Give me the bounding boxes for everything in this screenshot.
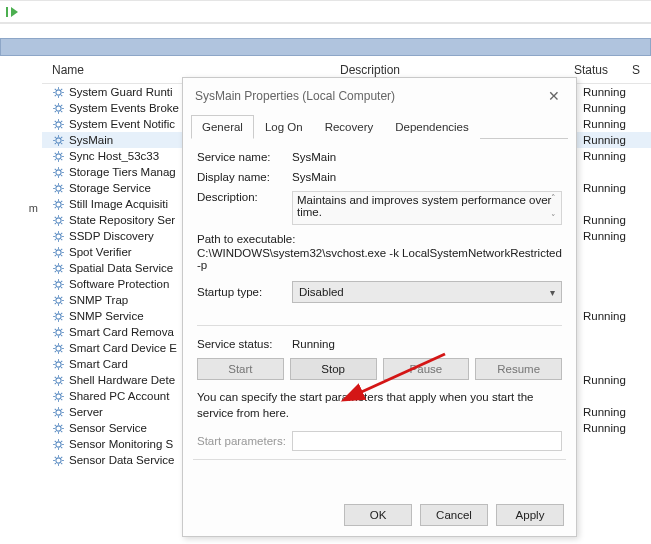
dialog-tabs: General Log On Recovery Dependencies (191, 114, 568, 139)
gear-icon (52, 294, 65, 307)
svg-line-97 (61, 248, 62, 249)
svg-line-204 (61, 447, 62, 448)
gear-icon (52, 86, 65, 99)
svg-point-99 (56, 265, 61, 270)
svg-point-27 (56, 137, 61, 142)
gear-icon (52, 406, 65, 419)
dialog-footer-buttons: OK Cancel Apply (344, 504, 564, 526)
service-status: Running (583, 310, 639, 322)
svg-point-135 (56, 329, 61, 334)
svg-line-68 (55, 200, 56, 201)
tab-recovery[interactable]: Recovery (314, 115, 385, 139)
gear-icon (52, 438, 65, 451)
svg-line-169 (61, 376, 62, 377)
svg-line-124 (61, 296, 62, 297)
divider-bottom (193, 459, 566, 460)
svg-line-185 (55, 408, 56, 409)
svg-line-106 (61, 264, 62, 265)
label-service-name: Service name: (197, 151, 292, 163)
svg-point-126 (56, 313, 61, 318)
svg-line-125 (55, 303, 56, 304)
ok-button[interactable]: OK (344, 504, 412, 526)
svg-point-180 (56, 409, 61, 414)
pause-button: Pause (383, 358, 470, 380)
play-icon[interactable] (11, 7, 18, 17)
svg-line-16 (61, 104, 62, 105)
label-startup-type: Startup type: (197, 286, 292, 298)
svg-point-18 (56, 121, 61, 126)
svg-line-122 (55, 296, 56, 297)
service-status: Running (583, 134, 639, 146)
value-startup-type: Disabled (299, 286, 344, 298)
svg-line-62 (55, 191, 56, 192)
svg-line-107 (55, 271, 56, 272)
svg-point-162 (56, 377, 61, 382)
svg-line-59 (55, 184, 56, 185)
service-status: Running (583, 118, 639, 130)
svg-line-52 (61, 168, 62, 169)
svg-line-215 (55, 463, 56, 464)
svg-point-81 (56, 233, 61, 238)
svg-point-207 (56, 457, 61, 462)
svg-line-34 (61, 136, 62, 137)
svg-line-168 (61, 383, 62, 384)
svg-line-212 (55, 456, 56, 457)
svg-line-142 (61, 328, 62, 329)
svg-line-42 (61, 159, 62, 160)
description-scrollbar[interactable]: ˄˅ (547, 193, 560, 223)
svg-line-35 (55, 143, 56, 144)
svg-line-69 (61, 207, 62, 208)
start-parameters-input[interactable] (292, 431, 562, 451)
gear-icon (52, 390, 65, 403)
svg-line-141 (61, 335, 62, 336)
svg-line-194 (55, 424, 56, 425)
svg-point-54 (56, 185, 61, 190)
svg-line-15 (61, 111, 62, 112)
svg-line-206 (55, 447, 56, 448)
svg-line-51 (61, 175, 62, 176)
svg-line-5 (55, 88, 56, 89)
svg-line-80 (55, 223, 56, 224)
tab-general[interactable]: General (191, 115, 254, 139)
svg-line-23 (55, 120, 56, 121)
label-description: Description: (197, 191, 292, 203)
gear-icon (52, 214, 65, 227)
apply-button[interactable]: Apply (496, 504, 564, 526)
label-path: Path to executable: (197, 233, 562, 245)
svg-line-96 (61, 255, 62, 256)
tab-logon[interactable]: Log On (254, 115, 314, 139)
svg-line-203 (55, 440, 56, 441)
svg-line-134 (55, 319, 56, 320)
start-button: Start (197, 358, 284, 380)
svg-line-160 (61, 360, 62, 361)
gear-icon (52, 358, 65, 371)
chevron-down-icon: ▾ (550, 287, 555, 298)
startup-type-select[interactable]: Disabled ▾ (292, 281, 562, 303)
svg-line-197 (55, 431, 56, 432)
stop-button[interactable]: Stop (290, 358, 377, 380)
dialog-titlebar: SysMain Properties (Local Computer) ✕ (183, 78, 576, 108)
svg-line-196 (61, 424, 62, 425)
svg-line-167 (55, 376, 56, 377)
gear-icon (52, 262, 65, 275)
gear-icon (52, 310, 65, 323)
tab-dependencies[interactable]: Dependencies (384, 115, 480, 139)
svg-line-178 (61, 392, 62, 393)
cancel-button[interactable]: Cancel (420, 504, 488, 526)
svg-line-79 (61, 216, 62, 217)
svg-line-152 (55, 351, 56, 352)
svg-line-43 (61, 152, 62, 153)
svg-line-25 (61, 120, 62, 121)
dialog-body: Service name: SysMain Display name: SysM… (183, 139, 576, 474)
svg-line-113 (55, 280, 56, 281)
close-icon[interactable]: ✕ (544, 88, 564, 104)
col-startup[interactable]: S (622, 57, 651, 83)
service-control-buttons: Start Stop Pause Resume (197, 358, 562, 380)
gear-icon (52, 342, 65, 355)
svg-point-189 (56, 425, 61, 430)
svg-line-41 (55, 152, 56, 153)
description-box: Maintains and improves system performanc… (292, 191, 562, 225)
svg-line-149 (55, 344, 56, 345)
svg-line-151 (61, 344, 62, 345)
svg-point-144 (56, 345, 61, 350)
